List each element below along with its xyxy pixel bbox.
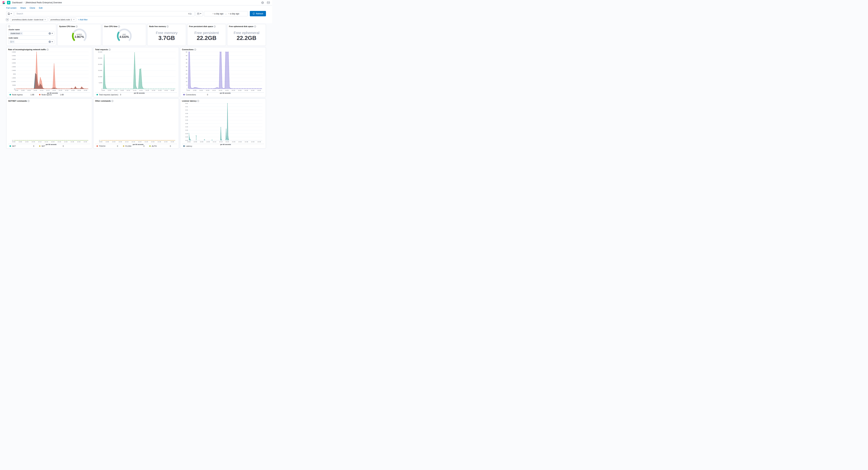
svg-text:14:10: 14:10 (127, 90, 130, 91)
network-traffic-chart[interactable]: 0B500B1,000B1.5KB2KB2.4KB2.9KB3.4KB3.9KB… (8, 51, 90, 92)
remove-option-icon[interactable]: ✕ (12, 41, 14, 42)
remove-filter-icon[interactable]: ✕ (44, 19, 46, 21)
menu-share[interactable]: Share (20, 7, 26, 9)
svg-text:0.00: 0.00 (185, 133, 188, 135)
calendar-icon (197, 13, 199, 15)
svg-text:14:25: 14:25 (59, 90, 62, 91)
info-icon[interactable] (112, 100, 113, 102)
legend-value: 0 (207, 94, 213, 96)
search-input[interactable]: Search KQL (14, 11, 195, 16)
cluster-name-combobox[interactable]: cluster.local ✕ (8, 31, 54, 36)
datepicker-quick-menu-button[interactable] (196, 11, 203, 16)
panel-get-set-commands: GET/SET commands 013:5013:5514:0014:0514… (6, 98, 92, 149)
menu-clone[interactable]: Clone (30, 7, 35, 9)
node-name-combobox[interactable]: 1 ✕ (8, 39, 54, 44)
menu-edit[interactable]: Edit (39, 7, 42, 9)
svg-text:14:35: 14:35 (158, 90, 162, 91)
save-icon (8, 13, 10, 15)
svg-text:0.01: 0.01 (185, 102, 188, 104)
svg-text:15,000: 15,000 (98, 70, 102, 71)
panel-system-cpu: System CPU time system 3.967% (57, 24, 101, 46)
legend-item[interactable]: Total requests (ops/sec)0 (96, 94, 126, 96)
svg-text:2.4KB: 2.4KB (12, 70, 16, 71)
globe-icon[interactable] (261, 1, 264, 4)
total-requests-chart[interactable]: 05,00010,00015,00020,00025,00030,00013:5… (95, 51, 177, 92)
svg-text:14:45: 14:45 (170, 141, 174, 143)
filter-icon[interactable] (5, 18, 9, 21)
info-icon[interactable] (118, 26, 120, 27)
legend-item[interactable]: AUTH0 (149, 145, 176, 147)
legend-dot (39, 94, 40, 95)
remove-filter-icon[interactable]: ✕ (73, 19, 75, 21)
dashboard-menu: Full screen Share Clone Edit (0, 5, 272, 10)
date-range-picker[interactable]: ~ a day ago → ~ a day ago (204, 11, 248, 16)
gauge-label: system (74, 33, 84, 35)
kql-language-button[interactable]: KQL (187, 13, 193, 15)
get-set-commands-chart[interactable]: 013:5013:5514:0014:0514:1014:1514:2014:2… (8, 102, 90, 144)
clear-selection-icon[interactable] (49, 41, 51, 43)
info-icon[interactable] (214, 26, 216, 27)
legend-item[interactable]: Latency (183, 145, 213, 147)
saved-query-button[interactable] (6, 11, 13, 16)
legend-item[interactable]: SET0 (39, 145, 69, 147)
legend-value: 0 (117, 145, 123, 147)
chart-legend: Connections0 (182, 92, 264, 96)
svg-text:14:40: 14:40 (251, 141, 255, 143)
legend-label: Node egress (41, 94, 52, 96)
svg-text:14:00: 14:00 (112, 141, 116, 143)
metric-value: 22.2GB (197, 35, 216, 41)
legend-value: 0 (170, 145, 176, 147)
date-to[interactable]: ~ a day ago (228, 12, 239, 15)
remove-option-icon[interactable]: ✕ (21, 33, 22, 34)
legend-item[interactable]: GET0 (9, 145, 39, 147)
panel-title: Free persistent disk space (189, 25, 213, 27)
legend-item[interactable]: TOUCH0 (96, 145, 123, 147)
menu-full-screen[interactable]: Full screen (6, 7, 17, 9)
space-badge[interactable]: D (7, 1, 10, 4)
legend-item[interactable]: FLUSH0 (123, 145, 149, 147)
info-icon[interactable] (47, 49, 49, 51)
connections-chart[interactable]: 0510152025303540455013:5013:5514:0014:05… (182, 51, 264, 92)
svg-text:14:00: 14:00 (114, 90, 118, 91)
info-icon[interactable] (197, 100, 199, 102)
kibana-logo[interactable] (2, 1, 5, 4)
legend-item[interactable]: Node ingress1.6B (9, 94, 39, 96)
legend-item[interactable]: Connections0 (183, 94, 213, 96)
info-icon[interactable] (254, 26, 256, 27)
panel-title: User CPU time (104, 25, 117, 27)
legend-value: 0 (33, 145, 39, 147)
add-filter-button[interactable]: + Add filter (78, 19, 88, 21)
svg-text:14:05: 14:05 (206, 90, 210, 91)
selected-option-tag[interactable]: cluster.local ✕ (9, 32, 23, 35)
clear-selection-icon[interactable] (49, 32, 51, 35)
svg-text:13:50: 13:50 (101, 90, 105, 91)
svg-text:14:20: 14:20 (225, 90, 229, 91)
cluster-name-label: cluster name (8, 28, 54, 31)
svg-text:14:15: 14:15 (219, 141, 223, 143)
info-icon[interactable] (167, 26, 168, 27)
info-icon[interactable] (28, 100, 30, 102)
svg-text:14:40: 14:40 (164, 90, 168, 91)
breadcrumb-dashboard[interactable]: Dashboard (12, 1, 22, 4)
svg-text:14:00: 14:00 (200, 141, 204, 143)
legend-dot (183, 94, 185, 95)
filter-pill-node[interactable]: prometheus.labels.node: 1 ✕ (49, 18, 76, 22)
svg-text:14:15: 14:15 (131, 141, 135, 143)
panel-listener-latency: Listener latency 0.000.000.000.000.000.0… (180, 98, 266, 149)
info-icon[interactable] (109, 49, 111, 51)
listener-latency-chart[interactable]: 0.000.000.000.000.000.000.000.000.000.01… (182, 102, 264, 144)
svg-text:0.01: 0.01 (185, 109, 188, 111)
filter-pill-cluster[interactable]: prometheus.labels.cluster: cluster.local… (10, 18, 48, 22)
mail-icon[interactable] (267, 2, 270, 4)
info-icon[interactable] (8, 25, 10, 27)
legend-value: 0 (120, 94, 126, 96)
selected-option-tag[interactable]: 1 ✕ (9, 40, 14, 43)
legend-item[interactable]: Node egress1.6B (39, 94, 69, 96)
svg-text:5: 5 (187, 84, 187, 86)
panel-free-persistent-disk: Free persistent disk space Free persiste… (187, 24, 226, 46)
info-icon[interactable] (194, 49, 196, 51)
other-commands-chart[interactable]: 013:5013:5514:0014:0514:1014:1514:2014:2… (95, 102, 177, 144)
refresh-button[interactable]: Refresh (250, 11, 266, 16)
info-icon[interactable] (76, 26, 78, 27)
date-from[interactable]: ~ a day ago (213, 12, 223, 15)
